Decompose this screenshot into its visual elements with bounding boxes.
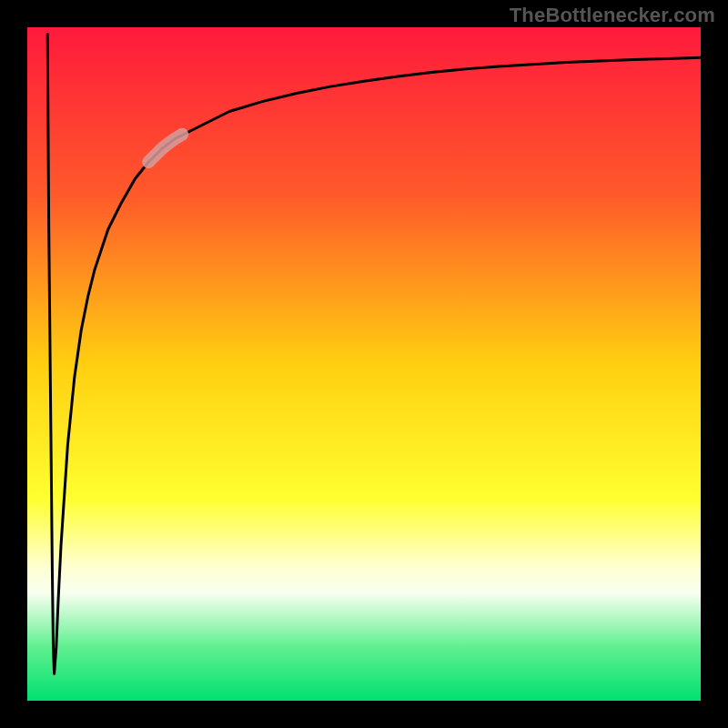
chart-frame: TheBottlenecker.com	[0, 0, 728, 728]
chart-svg	[27, 27, 701, 701]
plot-area	[27, 27, 701, 701]
chart-background	[27, 27, 701, 701]
attribution-text: TheBottlenecker.com	[510, 4, 715, 27]
